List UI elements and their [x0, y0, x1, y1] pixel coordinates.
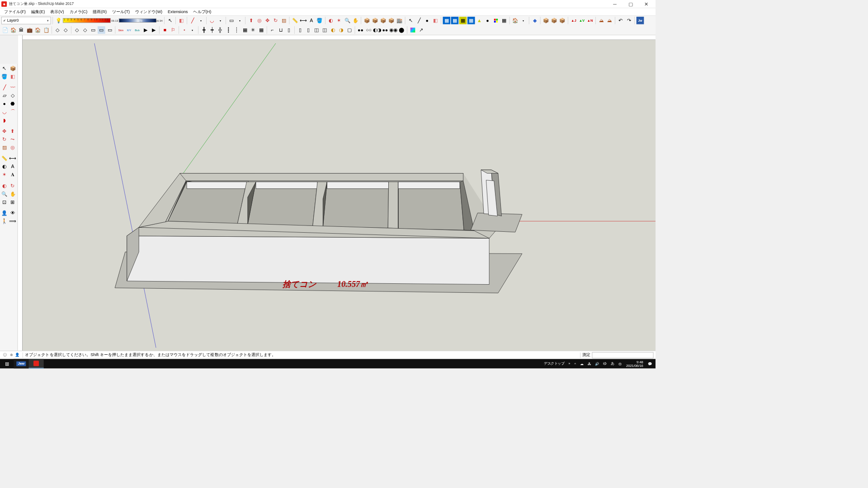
- dim-1-icon[interactable]: ⌐: [269, 26, 276, 34]
- side-arc-icon[interactable]: ◡: [1, 108, 9, 116]
- tray-chevron-icon[interactable]: ^: [573, 362, 577, 366]
- offset-tool-icon[interactable]: ◎: [255, 17, 263, 24]
- tray-app-icon[interactable]: ◎: [617, 362, 623, 366]
- side-freehand-icon[interactable]: 〰: [9, 84, 17, 91]
- axis-j-icon[interactable]: ▲J: [570, 17, 577, 24]
- ext-shape-icon[interactable]: ●: [423, 17, 431, 24]
- style-7-icon[interactable]: [492, 17, 500, 24]
- terrain-1-icon[interactable]: ⛰: [598, 17, 605, 24]
- guide-dd-icon[interactable]: ▾: [189, 26, 197, 34]
- tray-notifications-icon[interactable]: 💬: [646, 362, 653, 366]
- side-move-icon[interactable]: ✥: [1, 127, 9, 135]
- side-line-icon[interactable]: ╱: [1, 84, 9, 91]
- start-button[interactable]: ⊞: [0, 359, 14, 368]
- axes-tool-icon[interactable]: ✶: [335, 17, 343, 24]
- side-paint-icon[interactable]: 🪣: [1, 73, 9, 80]
- status-geo-icon[interactable]: ⊕: [8, 352, 14, 358]
- line-tool-icon[interactable]: ╱: [189, 17, 197, 24]
- bool-2-icon[interactable]: ○○: [365, 26, 373, 34]
- side-axes-icon[interactable]: ✶: [1, 171, 9, 178]
- tray-ime1[interactable]: ゆ: [602, 361, 608, 366]
- measure-input[interactable]: [592, 352, 654, 358]
- side-rotate-icon[interactable]: ↻: [1, 136, 9, 143]
- window-3-icon[interactable]: ◫: [313, 26, 321, 34]
- maximize-button[interactable]: ▢: [623, 0, 638, 8]
- style-5-icon[interactable]: ▲: [476, 17, 483, 24]
- tray-network-icon[interactable]: 🖧: [586, 362, 593, 366]
- window-4-icon[interactable]: ◫: [321, 26, 329, 34]
- style-1-icon[interactable]: ▦: [443, 17, 451, 24]
- side-zoom-icon[interactable]: ✋: [9, 190, 17, 198]
- plugin-2-icon[interactable]: ▾: [519, 17, 527, 24]
- side-pie-icon[interactable]: ◗: [1, 117, 9, 124]
- layer-dropdown[interactable]: ✔ Layer0 ▼: [1, 17, 51, 24]
- render-2-icon[interactable]: ↗: [417, 26, 425, 34]
- side-3dtext-icon[interactable]: 𝐀: [9, 171, 17, 178]
- component-4-icon[interactable]: 📦: [387, 17, 395, 24]
- render-icon[interactable]: [409, 26, 417, 34]
- pushpull-tool-icon[interactable]: ⬆: [247, 17, 255, 24]
- shadow-toggle-icon[interactable]: 💡: [55, 17, 62, 24]
- style-6-icon[interactable]: ●: [484, 17, 491, 24]
- side-dim-icon[interactable]: ⟷: [9, 155, 17, 162]
- plugin-3-icon[interactable]: ◆: [531, 17, 538, 24]
- side-component-icon[interactable]: 📦: [9, 65, 17, 72]
- pan-tool-icon[interactable]: ✋: [352, 17, 359, 24]
- sandbox-2-icon[interactable]: 📦: [550, 17, 558, 24]
- section-tool-icon[interactable]: ◐: [327, 17, 335, 24]
- side-section2-icon[interactable]: ⟹: [9, 217, 17, 225]
- grid-6-icon[interactable]: ▦: [241, 26, 249, 34]
- menu-window[interactable]: ウィンドウ(W): [132, 8, 165, 15]
- menu-help[interactable]: ヘルプ(H): [190, 8, 214, 15]
- tray-onedrive-icon[interactable]: ☁: [579, 362, 585, 366]
- tray-clock[interactable]: 9:48 2021/06/16: [624, 360, 645, 368]
- warehouse-icon[interactable]: 🏬: [396, 17, 403, 24]
- component-3-icon[interactable]: 📦: [379, 17, 387, 24]
- face-5-icon[interactable]: ▭: [106, 26, 113, 34]
- side-circle-icon[interactable]: ●: [1, 100, 9, 108]
- line-dd-icon[interactable]: ▾: [197, 17, 205, 24]
- side-rect-icon[interactable]: ▱: [1, 92, 9, 99]
- dimension-tool-icon[interactable]: ⟷: [299, 17, 307, 24]
- scale-tool-icon[interactable]: ▨: [280, 17, 288, 24]
- grid-2-icon[interactable]: ┿: [208, 26, 216, 34]
- side-tape-icon[interactable]: 📏: [1, 155, 9, 162]
- side-pushpull-icon[interactable]: ⬆: [9, 127, 17, 135]
- window-1-icon[interactable]: ▯: [297, 26, 304, 34]
- menu-file[interactable]: ファイル(F): [1, 8, 28, 15]
- side-select-icon[interactable]: ↖: [1, 65, 9, 72]
- eraser-tool-icon[interactable]: ◧: [178, 17, 185, 24]
- side-text-icon[interactable]: A: [9, 163, 17, 170]
- side-polygon-icon[interactable]: ⬣: [9, 100, 17, 108]
- scene-next-icon[interactable]: 💼: [26, 26, 33, 34]
- view-top-icon[interactable]: ◇: [62, 26, 70, 34]
- solar-arrow-icon[interactable]: ▶: [142, 26, 149, 34]
- window-7-icon[interactable]: ▢: [345, 26, 353, 34]
- bool-4-icon[interactable]: ●●: [382, 26, 389, 34]
- style-2-icon[interactable]: ▦: [451, 17, 459, 24]
- menu-extensions[interactable]: Extensions: [165, 9, 190, 15]
- tray-ime2[interactable]: あ: [609, 361, 616, 366]
- plugin-1-icon[interactable]: 🏠: [511, 17, 519, 24]
- side-look-icon[interactable]: 👁: [9, 209, 17, 217]
- orbit-tool-icon[interactable]: 🔍: [344, 17, 351, 24]
- bool-3-icon[interactable]: ◐◑: [373, 26, 381, 34]
- ext-erase-icon[interactable]: ◧: [432, 17, 439, 24]
- jw-icon[interactable]: Jw: [637, 17, 644, 24]
- menu-tools[interactable]: ツール(T): [109, 8, 132, 15]
- close-button[interactable]: ✕: [638, 0, 654, 8]
- bool-5-icon[interactable]: ◉◉: [390, 26, 397, 34]
- rect-tool-icon[interactable]: ▭: [228, 17, 236, 24]
- view-iso-icon[interactable]: ◇: [54, 26, 61, 34]
- tape-tool-icon[interactable]: 📏: [291, 17, 299, 24]
- grid-4-icon[interactable]: ┋: [225, 26, 232, 34]
- window-6-icon[interactable]: ◑: [337, 26, 345, 34]
- ext-select-icon[interactable]: ↖: [407, 17, 415, 24]
- side-arc2-icon[interactable]: ⌒: [9, 108, 17, 116]
- tray-raquo-icon[interactable]: »: [567, 362, 572, 366]
- menu-edit[interactable]: 編集(E): [28, 8, 47, 15]
- solar-xy-icon[interactable]: X/Y: [125, 26, 133, 34]
- bool-6-icon[interactable]: ⬤: [398, 26, 406, 34]
- side-zoomext-icon[interactable]: ⊞: [9, 198, 17, 206]
- window-5-icon[interactable]: ◐: [329, 26, 337, 34]
